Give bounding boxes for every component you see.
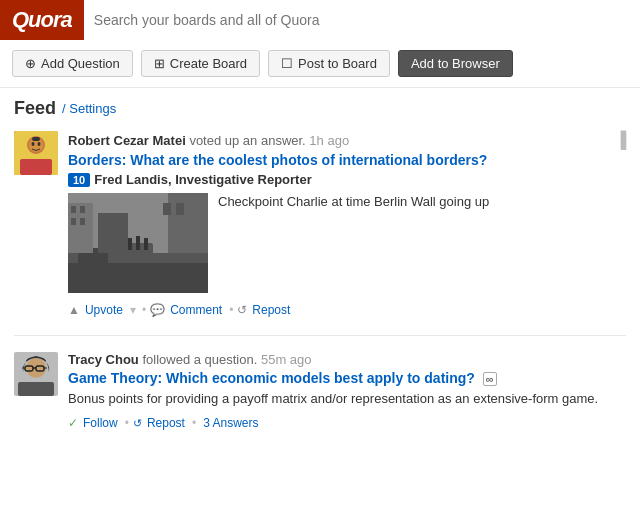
search-input[interactable] — [84, 0, 640, 40]
avatar — [14, 352, 58, 396]
svg-point-4 — [32, 142, 35, 146]
feed-header: Feed / Settings — [14, 98, 626, 119]
svg-rect-20 — [71, 218, 76, 225]
feed-title: Feed — [14, 98, 56, 119]
feed-settings-link[interactable]: / Settings — [62, 101, 116, 116]
question-text: Game Theory: Which economic models best … — [68, 370, 475, 386]
svg-rect-30 — [18, 382, 54, 396]
comment-button[interactable]: Comment — [167, 301, 225, 319]
svg-rect-22 — [68, 268, 208, 272]
svg-rect-27 — [144, 238, 148, 250]
svg-rect-2 — [20, 159, 52, 175]
answer-author: 10 Fred Landis, Investigative Reporter — [68, 172, 626, 187]
svg-rect-19 — [80, 206, 85, 213]
feed-meta: Tracy Chou followed a question. 55m ago — [68, 352, 626, 367]
feed-user-name: Robert Cezar Matei — [68, 133, 186, 148]
infinite-icon: ∞ — [483, 372, 497, 386]
feed-question-link[interactable]: Game Theory: Which economic models best … — [68, 370, 626, 386]
repost-button-2[interactable]: Repost — [144, 414, 188, 432]
toolbar: ⊕ Add Question ⊞ Create Board ☐ Post to … — [0, 40, 640, 88]
user-avatar-robert — [14, 131, 58, 175]
svg-rect-26 — [136, 236, 140, 250]
create-board-icon: ⊞ — [154, 56, 165, 71]
add-to-browser-label: Add to Browser — [411, 56, 500, 71]
feed-user-name: Tracy Chou — [68, 352, 139, 367]
answers-link[interactable]: 3 Answers — [200, 414, 261, 432]
feed-item: Tracy Chou followed a question. 55m ago … — [14, 352, 626, 432]
feed-item-content: Tracy Chou followed a question. 55m ago … — [68, 352, 626, 432]
svg-rect-21 — [80, 218, 85, 225]
answer-rank-badge: 10 — [68, 173, 90, 187]
svg-point-12 — [97, 264, 109, 272]
answer-image — [68, 193, 208, 293]
svg-rect-6 — [32, 137, 40, 141]
upvote-arrow-icon: ▲ — [68, 303, 80, 317]
repost-icon-2: ↺ — [133, 417, 142, 430]
feed-time: 1h ago — [309, 133, 349, 148]
feed-question-link[interactable]: Borders: What are the coolest photos of … — [68, 152, 626, 168]
svg-rect-23 — [163, 203, 171, 215]
answer-author-name: Fred Landis, Investigative Reporter — [94, 172, 311, 187]
add-question-label: Add Question — [41, 56, 120, 71]
feed-area: Feed / Settings — [0, 88, 640, 458]
answer-body: Checkpoint Charlie at time Berlin Wall g… — [68, 193, 626, 293]
add-question-button[interactable]: ⊕ Add Question — [12, 50, 133, 77]
comment-icon: 💬 — [150, 303, 165, 317]
post-to-board-icon: ☐ — [281, 56, 293, 71]
follow-button[interactable]: Follow — [80, 414, 121, 432]
svg-point-14 — [118, 264, 132, 272]
svg-rect-18 — [71, 206, 76, 213]
repost-icon: ↺ — [237, 303, 247, 317]
user-avatar-tracy — [14, 352, 58, 396]
svg-point-11 — [77, 264, 89, 272]
svg-rect-9 — [68, 273, 208, 293]
post-to-board-button[interactable]: ☐ Post to Board — [268, 50, 390, 77]
feed-action-text: voted up an answer. — [189, 133, 309, 148]
feed-time: 55m ago — [261, 352, 312, 367]
svg-rect-24 — [176, 203, 184, 215]
add-question-icon: ⊕ — [25, 56, 36, 71]
feed-meta: Robert Cezar Matei voted up an answer. 1… — [68, 131, 626, 149]
add-to-browser-button[interactable]: Add to Browser — [398, 50, 513, 77]
create-board-label: Create Board — [170, 56, 247, 71]
avatar — [14, 131, 58, 175]
feed-item-content: Robert Cezar Matei voted up an answer. 1… — [68, 131, 626, 319]
quora-logo: Quora — [0, 0, 84, 40]
svg-point-5 — [38, 142, 41, 146]
feed-action-text: followed a question. — [142, 352, 261, 367]
repost-button[interactable]: Repost — [249, 301, 293, 319]
svg-rect-17 — [168, 193, 208, 253]
checkpoint-photo — [68, 193, 208, 293]
svg-point-15 — [139, 264, 153, 272]
feed-actions: ▲ Upvote ▾ • 💬 Comment • ↺ Repost — [68, 301, 626, 319]
post-to-board-label: Post to Board — [298, 56, 377, 71]
create-board-button[interactable]: ⊞ Create Board — [141, 50, 260, 77]
bars-icon: ▐ — [615, 131, 626, 149]
answer-text: Checkpoint Charlie at time Berlin Wall g… — [218, 193, 489, 293]
feed-item: Robert Cezar Matei voted up an answer. 1… — [14, 131, 626, 336]
feed-actions-2: ✓ Follow • ↺ Repost • 3 Answers — [68, 414, 626, 432]
header: Quora — [0, 0, 640, 40]
bonus-text: Bonus points for providing a payoff matr… — [68, 390, 626, 408]
svg-rect-25 — [128, 238, 132, 250]
follow-check-icon: ✓ — [68, 416, 78, 430]
upvote-button[interactable]: Upvote — [82, 301, 126, 319]
